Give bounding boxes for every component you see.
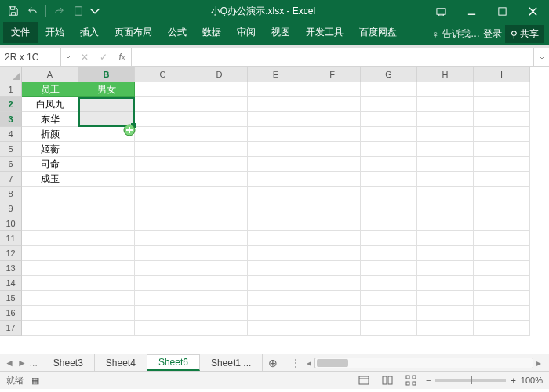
cell[interactable] bbox=[304, 112, 361, 127]
cell[interactable] bbox=[78, 157, 135, 172]
sheet-next-icon[interactable]: ► bbox=[17, 358, 27, 368]
redo-icon[interactable] bbox=[50, 2, 67, 20]
cell[interactable] bbox=[474, 172, 530, 187]
cell[interactable] bbox=[78, 246, 135, 261]
row-header-13[interactable]: 13 bbox=[0, 261, 22, 276]
cell[interactable] bbox=[304, 321, 361, 336]
cell[interactable] bbox=[191, 231, 248, 246]
cell[interactable] bbox=[474, 291, 530, 306]
cell[interactable] bbox=[361, 112, 417, 127]
cell[interactable] bbox=[248, 157, 304, 172]
cell[interactable] bbox=[22, 321, 78, 336]
cell[interactable] bbox=[474, 142, 530, 157]
sheet-tab-sheet3[interactable]: Sheet3 bbox=[42, 354, 95, 371]
tab-view[interactable]: 视图 bbox=[264, 22, 298, 43]
cell[interactable] bbox=[248, 97, 304, 112]
cell[interactable] bbox=[191, 82, 248, 97]
cell[interactable] bbox=[361, 246, 417, 261]
cell[interactable] bbox=[135, 142, 191, 157]
cell[interactable] bbox=[78, 321, 135, 336]
select-all-corner[interactable] bbox=[0, 67, 22, 82]
cell[interactable] bbox=[361, 321, 417, 336]
undo-icon[interactable] bbox=[24, 2, 42, 20]
chevron-down-icon[interactable] bbox=[89, 2, 100, 20]
cell[interactable] bbox=[135, 291, 191, 306]
cancel-formula-icon[interactable]: ✕ bbox=[75, 52, 94, 63]
cell[interactable] bbox=[248, 187, 304, 201]
cell[interactable] bbox=[248, 306, 304, 321]
cell[interactable] bbox=[78, 216, 135, 231]
cell[interactable] bbox=[191, 112, 248, 127]
cell[interactable] bbox=[474, 321, 530, 336]
tab-formulas[interactable]: 公式 bbox=[160, 22, 195, 43]
cell[interactable] bbox=[135, 127, 191, 142]
row-header-4[interactable]: 4 bbox=[0, 127, 22, 142]
cell[interactable] bbox=[304, 172, 361, 187]
cell[interactable] bbox=[361, 187, 417, 201]
cell[interactable] bbox=[417, 321, 474, 336]
cell[interactable] bbox=[304, 127, 361, 142]
cell[interactable] bbox=[304, 276, 361, 291]
cell[interactable] bbox=[474, 306, 530, 321]
cell[interactable] bbox=[474, 127, 530, 142]
enter-formula-icon[interactable]: ✓ bbox=[94, 52, 113, 63]
cell[interactable] bbox=[135, 187, 191, 201]
row-header-5[interactable]: 5 bbox=[0, 142, 22, 157]
cell[interactable] bbox=[474, 231, 530, 246]
zoom-in-icon[interactable]: + bbox=[511, 376, 515, 385]
cell[interactable] bbox=[361, 127, 417, 142]
cell[interactable] bbox=[304, 306, 361, 321]
cell[interactable] bbox=[22, 246, 78, 261]
sheet-tab-sheet6[interactable]: Sheet6 bbox=[147, 354, 200, 371]
cell[interactable] bbox=[135, 261, 191, 276]
cell[interactable] bbox=[417, 216, 474, 231]
cell[interactable] bbox=[417, 172, 474, 187]
name-box-dropdown[interactable] bbox=[61, 48, 75, 66]
cell[interactable] bbox=[135, 306, 191, 321]
cell[interactable] bbox=[417, 276, 474, 291]
cell[interactable] bbox=[304, 231, 361, 246]
cell[interactable] bbox=[417, 187, 474, 201]
row-header-10[interactable]: 10 bbox=[0, 216, 22, 231]
cell[interactable] bbox=[191, 201, 248, 216]
zoom-thumb[interactable] bbox=[471, 376, 472, 384]
cell[interactable] bbox=[304, 142, 361, 157]
cell[interactable] bbox=[135, 112, 191, 127]
cell[interactable]: 姬蘅 bbox=[22, 142, 78, 157]
cells-area[interactable]: 员工男女白凤九东华折颜姬蘅司命成玉 bbox=[22, 82, 549, 336]
cell[interactable] bbox=[135, 216, 191, 231]
cell[interactable]: 司命 bbox=[22, 157, 78, 172]
row-header-14[interactable]: 14 bbox=[0, 276, 22, 291]
cell[interactable] bbox=[361, 97, 417, 112]
fx-icon[interactable]: fx bbox=[113, 48, 132, 66]
cell[interactable] bbox=[135, 172, 191, 187]
row-header-9[interactable]: 9 bbox=[0, 201, 22, 216]
cell[interactable] bbox=[22, 276, 78, 291]
cell[interactable] bbox=[304, 246, 361, 261]
cell[interactable] bbox=[22, 201, 78, 216]
cell[interactable] bbox=[474, 157, 530, 172]
cell[interactable] bbox=[304, 291, 361, 306]
cell[interactable] bbox=[417, 142, 474, 157]
row-header-2[interactable]: 2 bbox=[0, 97, 22, 112]
row-header-17[interactable]: 17 bbox=[0, 321, 22, 336]
name-box[interactable]: 2R x 1C bbox=[0, 48, 61, 66]
tab-baidu[interactable]: 百度网盘 bbox=[351, 22, 405, 43]
sheet-prev-icon[interactable]: ◄ bbox=[5, 358, 14, 368]
cell[interactable] bbox=[135, 321, 191, 336]
scroll-right-icon[interactable]: ▸ bbox=[533, 358, 544, 368]
cell[interactable] bbox=[22, 216, 78, 231]
page-layout-view-icon[interactable] bbox=[379, 373, 396, 387]
cell[interactable]: 折颜 bbox=[22, 127, 78, 142]
cell[interactable] bbox=[78, 261, 135, 276]
scroll-left-icon[interactable]: ◂ bbox=[304, 358, 314, 368]
row-header-3[interactable]: 3 bbox=[0, 112, 22, 127]
cell[interactable] bbox=[135, 276, 191, 291]
macro-icon[interactable]: ▦ bbox=[31, 376, 39, 386]
cell[interactable] bbox=[474, 97, 530, 112]
sheet-nav-buttons[interactable]: ◄ ► ... bbox=[0, 354, 42, 371]
cell[interactable] bbox=[78, 142, 135, 157]
cell[interactable] bbox=[417, 261, 474, 276]
cell[interactable] bbox=[78, 231, 135, 246]
page-break-view-icon[interactable] bbox=[402, 373, 420, 387]
